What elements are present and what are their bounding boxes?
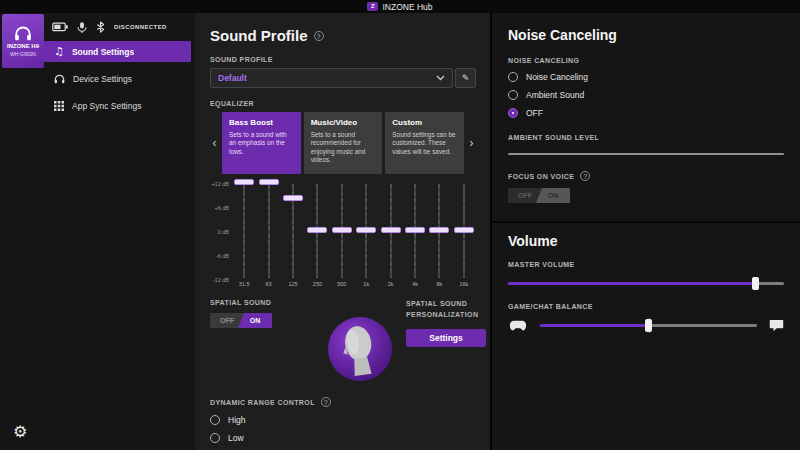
preset-card-music-video[interactable]: Music/Video Sets to a sound recommended … (304, 112, 383, 174)
preset-description: Sound settings can be customized. These … (392, 131, 457, 156)
radio-label: High (228, 415, 245, 425)
preset-name: Bass Boost (229, 118, 294, 127)
equalizer-x-labels: 31.5631252505001k2k4k8k16k (232, 278, 476, 287)
eq-band-handle[interactable] (405, 227, 425, 233)
section-divider (492, 221, 800, 223)
eq-band-31.5[interactable] (232, 182, 256, 278)
eq-band-track (243, 184, 245, 278)
sidebar-item-sound-settings[interactable]: ♫ Sound Settings (44, 41, 191, 62)
eq-band-handle[interactable] (381, 227, 401, 233)
sidebar-item-label: Sound Settings (72, 47, 134, 57)
spatial-head-image (326, 315, 394, 383)
eq-band-handle[interactable] (234, 179, 254, 185)
eq-band-handle[interactable] (429, 227, 449, 233)
device-tile[interactable]: INZONE H9 WH-G900N (2, 14, 44, 68)
equalizer-y-labels: +12 dB+6 dB0 dB-6 dB-12 dB (210, 182, 232, 278)
sound-profile-section-label: SOUND PROFILE (210, 56, 476, 63)
eq-band-250[interactable] (305, 182, 329, 278)
sidebar-item-app-sync-settings[interactable]: App Sync Settings (44, 95, 191, 116)
focus-on-voice-toggle-disabled: OFF ON (508, 188, 570, 203)
preset-card-bass-boost[interactable]: Bass Boost Sets to a sound with an empha… (222, 112, 301, 174)
radio-icon-checked (508, 108, 518, 118)
profile-selected-value: Default (218, 73, 436, 83)
noise-canceling-panel: Noise Canceling NOISE CANCELING Noise Ca… (490, 13, 800, 450)
sidebar-item-device-settings[interactable]: Device Settings (44, 68, 191, 89)
eq-x-tick-label: 2k (378, 278, 402, 287)
sound-profile-title-text: Sound Profile (210, 27, 308, 44)
preset-name: Music/Video (311, 118, 376, 127)
master-volume-slider[interactable] (508, 276, 784, 291)
eq-band-16k[interactable] (452, 182, 476, 278)
slider-thumb[interactable] (752, 277, 759, 290)
spatial-sound-label: SPATIAL SOUND (210, 299, 314, 306)
inzone-hub-window: Z INZONE Hub INZONE H9 WH-G900N (0, 0, 800, 450)
eq-x-tick-label: 1k (354, 278, 378, 287)
radio-label: Noise Canceling (526, 72, 588, 82)
radio-label: Ambient Sound (526, 90, 584, 100)
eq-band-handle[interactable] (332, 227, 352, 233)
eq-y-tick-label: +6 dB (214, 205, 229, 211)
profile-select[interactable]: Default (210, 68, 453, 88)
eq-band-8k[interactable] (427, 182, 451, 278)
preset-description: Sets to a sound with an emphasis on the … (229, 131, 294, 156)
edit-profile-button[interactable]: ✎ (455, 68, 476, 88)
noise-canceling-group-label: NOISE CANCELING (508, 57, 784, 64)
eq-band-63[interactable] (256, 182, 280, 278)
titlebar: Z INZONE Hub (0, 0, 800, 13)
eq-band-handle[interactable] (356, 227, 376, 233)
eq-band-handle[interactable] (454, 227, 474, 233)
eq-x-tick-label: 125 (281, 278, 305, 287)
sound-profile-title: Sound Profile ? (210, 27, 476, 44)
eq-band-1k[interactable] (354, 182, 378, 278)
radio-ambient-sound[interactable]: Ambient Sound (508, 90, 784, 100)
chat-bubble-icon (769, 319, 784, 332)
eq-band-handle[interactable] (283, 195, 303, 201)
spatial-personalization-block: SPATIAL SOUND PERSONALIZATION ? Settings (406, 299, 490, 383)
game-chat-balance-slider[interactable] (540, 318, 757, 333)
gear-icon[interactable]: ⚙ (13, 424, 27, 440)
game-chat-balance-label: GAME/CHAT BALANCE (508, 303, 784, 310)
volume-title: Volume (508, 233, 784, 249)
eq-band-500[interactable] (330, 182, 354, 278)
eq-x-tick-label: 4k (403, 278, 427, 287)
noise-canceling-title: Noise Canceling (508, 27, 784, 43)
help-icon[interactable]: ? (321, 397, 331, 407)
app-logo-icon: Z (367, 2, 378, 11)
chevron-down-icon (436, 75, 445, 81)
radio-nc-off[interactable]: OFF (508, 108, 784, 118)
ambient-level-label: AMBIENT SOUND LEVEL (508, 134, 784, 141)
radio-noise-canceling[interactable]: Noise Canceling (508, 72, 784, 82)
eq-y-tick-label: +12 dB (211, 181, 229, 187)
focus-on-voice-label-row: FOCUS ON VOICE ? (508, 171, 784, 181)
radio-icon (508, 90, 518, 100)
radio-label: Low (228, 433, 244, 443)
headphones-icon (14, 26, 32, 41)
eq-band-handle[interactable] (307, 227, 327, 233)
spatial-sound-toggle[interactable]: OFF ON (210, 313, 272, 328)
eq-x-tick-label: 250 (305, 278, 329, 287)
eq-band-4k[interactable] (403, 182, 427, 278)
eq-x-tick-label: 16k (452, 278, 476, 287)
radio-dynamic-range-low[interactable]: Low (210, 433, 476, 443)
presets-next-button[interactable]: › (467, 112, 476, 174)
eq-band-handle[interactable] (259, 179, 279, 185)
slider-fill (508, 282, 756, 285)
radio-dynamic-range-high[interactable]: High (210, 415, 476, 425)
sidebar-nav: ♫ Sound Settings Device Settings (44, 41, 191, 116)
master-volume-label: MASTER VOLUME (508, 261, 784, 268)
battery-icon (52, 22, 68, 32)
eq-band-125[interactable] (281, 182, 305, 278)
radio-label: OFF (526, 108, 543, 118)
toggle-off-segment[interactable]: OFF (210, 313, 244, 328)
help-icon[interactable]: ? (580, 171, 590, 181)
presets-prev-button[interactable]: ‹ (210, 112, 219, 174)
help-icon[interactable]: ? (314, 31, 324, 41)
dynamic-range-label-row: DYNAMIC RANGE CONTROL ? (210, 397, 476, 407)
eq-x-tick-label: 31.5 (232, 278, 256, 287)
sidebar-item-label: Device Settings (73, 74, 132, 84)
sidebar-item-label: App Sync Settings (72, 101, 141, 111)
personalization-settings-button[interactable]: Settings (406, 329, 486, 347)
eq-band-2k[interactable] (378, 182, 402, 278)
preset-card-custom[interactable]: Custom Sound settings can be customized.… (385, 112, 464, 174)
slider-thumb[interactable] (645, 319, 652, 332)
